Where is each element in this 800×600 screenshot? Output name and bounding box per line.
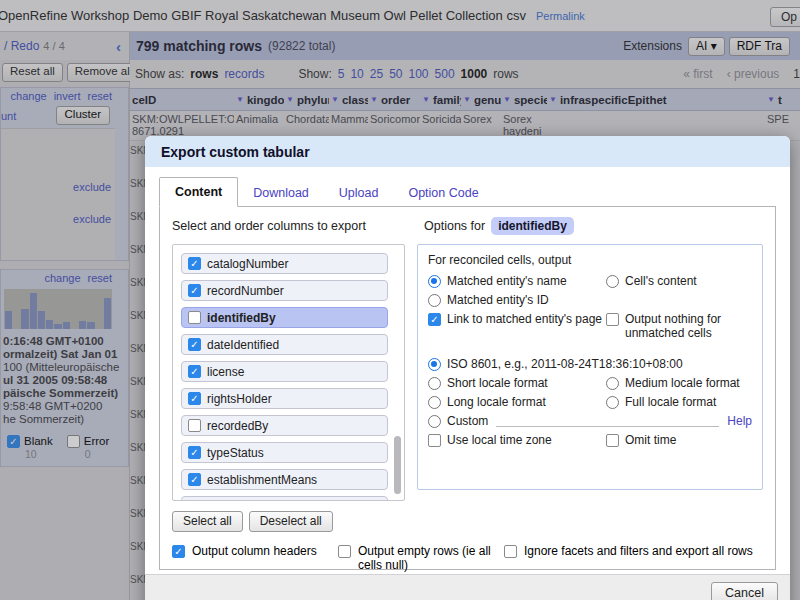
dialog-title: Export custom tabular	[145, 136, 790, 167]
checkbox-use-local-time-zone[interactable]	[428, 434, 441, 447]
column-checkbox-identifiedby[interactable]	[188, 311, 201, 324]
column-pill-label: establishmentMeans	[207, 473, 317, 487]
footer-check-output-empty-rows-ie-all-cells: Output empty rows (ie all cells null)	[338, 544, 504, 572]
footer-check-label: Output column headers	[192, 544, 317, 558]
custom-format-input[interactable]	[496, 414, 719, 427]
checkbox-output-nothing-for-unmatched-cells[interactable]	[606, 313, 619, 326]
column-checkbox-catalognumber[interactable]: ✓	[188, 257, 201, 270]
options-row: ISO 8601, e.g., 2011-08-24T18:36:10+08:0…	[428, 357, 752, 371]
options-row: CustomHelp	[428, 414, 752, 428]
column-list-scrollbar[interactable]	[394, 436, 401, 494]
options-row: Matched entity's ID	[428, 293, 752, 307]
options-row: Short locale formatMedium locale format	[428, 376, 752, 390]
help-link[interactable]: Help	[727, 414, 752, 428]
footer-check-label: Ignore facets and filters and export all…	[524, 544, 753, 558]
column-checkbox-recordnumber[interactable]: ✓	[188, 284, 201, 297]
column-checkbox-recordedby[interactable]	[188, 419, 201, 432]
options-pane-title: Options for identifiedBy	[424, 217, 574, 235]
column-pill-license[interactable]: ✓license	[181, 361, 388, 382]
options-for-label: Options for	[424, 219, 485, 233]
column-pill-identifiedby[interactable]: identifiedBy	[181, 307, 388, 328]
column-pill-recordedby[interactable]: recordedBy	[181, 415, 388, 436]
column-checkbox-rightsholder[interactable]: ✓	[188, 392, 201, 405]
column-pill-catalognumber[interactable]: ✓catalogNumber	[181, 253, 388, 274]
column-pill-label: rightsHolder	[207, 392, 272, 406]
column-pill-label: identifiedBy	[207, 311, 276, 325]
option-label: Omit time	[625, 433, 676, 447]
column-pill-typestatus[interactable]: ✓typeStatus	[181, 442, 388, 463]
radio-custom[interactable]	[428, 415, 441, 428]
column-checkbox-dateidentified[interactable]: ✓	[188, 338, 201, 351]
options-target-column: identifiedBy	[491, 217, 574, 235]
column-checkbox-establishmentmeans[interactable]: ✓	[188, 473, 201, 486]
tab-upload[interactable]: Upload	[324, 179, 394, 207]
export-column-list: ✓catalogNumber✓recordNumberidentifiedBy✓…	[172, 244, 405, 501]
column-pill-recordnumber[interactable]: ✓recordNumber	[181, 280, 388, 301]
option-cell-s-content: Cell's content	[606, 274, 697, 288]
option-short-locale-format: Short locale format	[428, 376, 548, 390]
option-label: Link to matched entity's page	[447, 312, 602, 326]
radio-medium-locale-format[interactable]	[606, 377, 619, 390]
radio-long-locale-format[interactable]	[428, 396, 441, 409]
options-row: Long locale formatFull locale format	[428, 395, 752, 409]
radio-cell-s-content[interactable]	[606, 275, 619, 288]
footer-check-output-column-headers: ✓Output column headers	[172, 544, 338, 572]
options-cell: Full locale format	[606, 395, 752, 409]
options-row: Matched entity's nameCell's content	[428, 274, 752, 288]
option-label: Long locale format	[447, 395, 546, 409]
options-cell: ISO 8601, e.g., 2011-08-24T18:36:10+08:0…	[428, 357, 752, 371]
deselect-all-button[interactable]: Deselect all	[249, 511, 333, 532]
options-row: Use local time zoneOmit time	[428, 433, 752, 447]
option-iso-8601-e-g-2011-08-24t18-36-10-08-00: ISO 8601, e.g., 2011-08-24T18:36:10+08:0…	[428, 357, 683, 371]
tab-download[interactable]: Download	[238, 179, 324, 207]
footer-check-ignore-facets-and-filters-and-: Ignore facets and filters and export all…	[504, 544, 753, 572]
option-label: Matched entity's ID	[447, 293, 549, 307]
column-checkbox-typestatus[interactable]: ✓	[188, 446, 201, 459]
radio-iso-8601-e-g-2011-08-24t18-36-10-08-00[interactable]	[428, 358, 441, 371]
options-cell: ✓Link to matched entity's page	[428, 312, 606, 326]
checkbox-link-to-matched-entity-s-page[interactable]: ✓	[428, 313, 441, 326]
tab-content[interactable]: Content	[159, 177, 238, 207]
select-all-button[interactable]: Select all	[172, 511, 243, 532]
options-cell: Matched entity's name	[428, 274, 606, 288]
radio-matched-entity-s-name[interactable]	[428, 275, 441, 288]
column-checkbox-license[interactable]: ✓	[188, 365, 201, 378]
options-cell: Use local time zone	[428, 433, 606, 447]
export-custom-tabular-dialog: Export custom tabular ContentDownloadUpl…	[145, 136, 790, 600]
checkbox-ignore-facets-and-filters-and-[interactable]	[504, 545, 517, 558]
checkbox-omit-time[interactable]	[606, 434, 619, 447]
cancel-button[interactable]: Cancel	[711, 582, 778, 600]
radio-matched-entity-s-id[interactable]	[428, 294, 441, 307]
radio-full-locale-format[interactable]	[606, 396, 619, 409]
group-gap	[428, 345, 752, 357]
column-pill-label: recordedBy	[207, 419, 268, 433]
export-option-checks: ✓Output column headersOutput empty rows …	[172, 544, 763, 572]
column-pill-dateidentified[interactable]: ✓dateIdentified	[181, 334, 388, 355]
option-label: Matched entity's name	[447, 274, 567, 288]
options-cell: Cell's content	[606, 274, 752, 288]
column-pill-establishmentmeans[interactable]: ✓establishmentMeans	[181, 469, 388, 490]
checkbox-output-empty-rows-ie-all-cells[interactable]	[338, 545, 351, 558]
options-cell: Short locale format	[428, 376, 606, 390]
options-cell: Matched entity's ID	[428, 293, 606, 307]
radio-short-locale-format[interactable]	[428, 377, 441, 390]
tab-option-code[interactable]: Option Code	[393, 179, 493, 207]
option-use-local-time-zone: Use local time zone	[428, 433, 552, 447]
column-pill-label: typeStatus	[207, 446, 264, 460]
dialog-tabs: ContentDownloadUploadOption Code	[159, 177, 776, 207]
dialog-footer: Cancel	[145, 574, 790, 600]
option-label: Output nothing for unmatched cells	[625, 312, 752, 340]
options-cell: Medium locale format	[606, 376, 752, 390]
options-cell: Omit time	[606, 433, 752, 447]
option-link-to-matched-entity-s-page: ✓Link to matched entity's page	[428, 312, 602, 326]
column-pill-rightsholder[interactable]: ✓rightsHolder	[181, 388, 388, 409]
options-cell: Long locale format	[428, 395, 606, 409]
option-label: Full locale format	[625, 395, 716, 409]
option-label: ISO 8601, e.g., 2011-08-24T18:36:10+08:0…	[447, 357, 683, 371]
option-label: Cell's content	[625, 274, 697, 288]
options-group-title: For reconciled cells, output	[428, 253, 752, 267]
option-label: Medium locale format	[625, 376, 740, 390]
column-pill-label: recordNumber	[207, 284, 284, 298]
option-omit-time: Omit time	[606, 433, 676, 447]
checkbox-output-column-headers[interactable]: ✓	[172, 545, 185, 558]
